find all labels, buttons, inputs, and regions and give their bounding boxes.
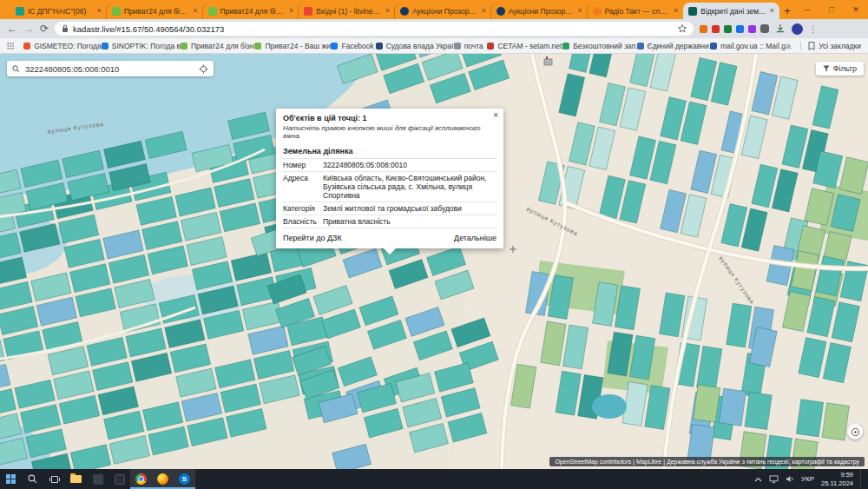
extensions-puzzle-icon[interactable] bbox=[760, 24, 769, 33]
target-icon[interactable] bbox=[199, 64, 208, 74]
map-parcel[interactable] bbox=[822, 403, 849, 440]
download-icon[interactable] bbox=[775, 23, 786, 34]
bookmark-favicon bbox=[23, 43, 30, 50]
file-explorer-button[interactable] bbox=[65, 469, 87, 489]
bookmark-item[interactable]: GISMETEO: Погода... bbox=[23, 42, 92, 50]
tab-label: Аукціони Прозоро.Про... bbox=[412, 7, 477, 16]
profile-avatar[interactable] bbox=[792, 23, 803, 35]
filter-label: Фільтр bbox=[833, 64, 857, 73]
tab-favicon bbox=[304, 7, 312, 16]
maximize-button[interactable]: □ bbox=[819, 5, 844, 14]
all-bookmarks-button[interactable]: Усі закладки bbox=[800, 42, 861, 50]
bookmark-label: Facebook bbox=[341, 42, 373, 50]
map-parcel[interactable] bbox=[796, 400, 823, 437]
browser-tab[interactable]: Вхідні (1) - litvinenkoa7l... × bbox=[299, 3, 395, 19]
browser-menu-icon[interactable]: ⋮ bbox=[809, 24, 818, 34]
browser-tab[interactable]: Приват24 для бізнесу × bbox=[203, 3, 299, 19]
close-button[interactable]: ✕ bbox=[844, 5, 868, 14]
bookmark-label: SINOPTIK: Погода в... bbox=[112, 42, 187, 50]
browser-tab[interactable]: Аукціони Прозоро.Про... × bbox=[395, 3, 491, 19]
tab-close-icon[interactable]: × bbox=[770, 7, 774, 15]
map-parcel[interactable] bbox=[694, 385, 720, 422]
filter-button[interactable]: Фільтр bbox=[816, 62, 864, 76]
browser-tab[interactable]: Радіо Такт — слухат... × bbox=[588, 3, 684, 19]
map-canvas[interactable]: вулиця Кутузова вулиця Кутузова вулиця К… bbox=[0, 54, 868, 469]
network-icon[interactable] bbox=[769, 475, 779, 483]
new-tab-button[interactable]: + bbox=[779, 3, 795, 18]
window-controls: ─ □ ✕ bbox=[795, 0, 868, 19]
tab-favicon bbox=[112, 7, 121, 16]
go-to-dzk-link[interactable]: Перейти до ДЗК bbox=[283, 234, 342, 242]
map-parcel[interactable] bbox=[719, 388, 746, 426]
extension-icon[interactable] bbox=[736, 25, 744, 33]
browser-tab[interactable]: Приват24 для бізнесу × bbox=[107, 3, 203, 19]
taskbar-app-button[interactable] bbox=[87, 469, 108, 489]
bookmark-item[interactable]: CETAM - setam.net... bbox=[487, 42, 553, 50]
bookmark-item[interactable]: Єдиний державни... bbox=[637, 42, 700, 50]
bookmark-item[interactable]: почта bbox=[454, 42, 478, 50]
back-icon[interactable]: ← bbox=[7, 23, 17, 34]
tab-favicon bbox=[16, 7, 24, 16]
bookmark-label: mail.gov.ua :: Mail.g... bbox=[720, 42, 792, 50]
volume-icon[interactable] bbox=[786, 475, 794, 483]
browser-tab-active[interactable]: Відкриті дані земельно... × bbox=[683, 3, 779, 19]
tab-close-icon[interactable]: × bbox=[481, 7, 485, 15]
tab-strip: ІС ДПГ'НАІС"(06) × Приват24 для бізнесу … bbox=[0, 0, 795, 19]
browser-tab[interactable]: Аукціони Прозоро.Про... × bbox=[491, 3, 588, 19]
popup-close-icon[interactable]: × bbox=[493, 110, 498, 120]
bookmark-favicon bbox=[637, 43, 644, 50]
language-indicator[interactable]: УКР bbox=[801, 475, 814, 483]
bookmark-label: Судова влада Украї... bbox=[386, 42, 460, 50]
bookmark-favicon bbox=[487, 43, 494, 50]
map-parcel[interactable] bbox=[745, 392, 772, 429]
extension-icon[interactable] bbox=[748, 25, 756, 33]
extension-icon[interactable] bbox=[724, 25, 732, 33]
bookmark-item[interactable]: Facebook bbox=[331, 42, 365, 50]
skype-icon: S bbox=[179, 473, 190, 485]
firefox-taskbar-button[interactable] bbox=[152, 469, 174, 489]
locate-button[interactable] bbox=[847, 424, 863, 439]
browser-titlebar: ІС ДПГ'НАІС"(06) × Приват24 для бізнесу … bbox=[0, 0, 868, 19]
popup-section-title: Земельна ділянка bbox=[283, 147, 496, 158]
minimize-button[interactable]: ─ bbox=[795, 5, 819, 14]
bookmarks-overflow-icon[interactable]: » bbox=[786, 41, 792, 50]
start-button[interactable] bbox=[0, 469, 22, 489]
search-icon bbox=[12, 65, 20, 73]
taskbar-search-button[interactable] bbox=[22, 469, 43, 489]
bookmark-item[interactable]: mail.gov.ua :: Mail.g... bbox=[710, 42, 777, 50]
bookmark-item[interactable]: SINOPTIK: Погода в... bbox=[102, 42, 171, 50]
tab-close-icon[interactable]: × bbox=[289, 7, 293, 15]
tray-chevron-icon[interactable] bbox=[754, 477, 762, 482]
browser-tab[interactable]: ІС ДПГ'НАІС"(06) × bbox=[10, 3, 107, 19]
task-view-button[interactable] bbox=[43, 469, 65, 489]
search-icon bbox=[28, 474, 37, 484]
tab-close-icon[interactable]: × bbox=[193, 7, 197, 15]
tab-close-icon[interactable]: × bbox=[96, 7, 101, 15]
reload-icon[interactable]: ⟳ bbox=[40, 23, 49, 34]
forward-icon[interactable]: → bbox=[23, 23, 34, 34]
tab-close-icon[interactable]: × bbox=[674, 7, 678, 15]
terminal-icon bbox=[115, 474, 125, 485]
tab-close-icon[interactable]: × bbox=[385, 7, 390, 15]
bookmark-star-icon[interactable] bbox=[678, 21, 687, 36]
folder-icon bbox=[70, 475, 82, 483]
extension-icon[interactable] bbox=[712, 25, 720, 33]
bookmark-item[interactable]: Приват24 - Ваш жи... bbox=[254, 42, 321, 50]
terminal-button[interactable] bbox=[108, 469, 130, 489]
url-bar[interactable]: kadastr.live/#15.67/50.490564/30.032173 bbox=[55, 22, 694, 36]
bookmark-item[interactable]: Судова влада Украї... bbox=[376, 42, 444, 50]
extension-icon[interactable] bbox=[700, 25, 707, 33]
bookmark-item[interactable]: Безкоштовний зап... bbox=[562, 42, 627, 50]
task-view-icon bbox=[49, 475, 60, 484]
chrome-taskbar-button[interactable] bbox=[130, 469, 152, 489]
tab-label: Аукціони Прозоро.Про... bbox=[509, 7, 574, 16]
skype-taskbar-button[interactable]: S bbox=[174, 469, 195, 489]
apps-grid-icon[interactable] bbox=[7, 42, 14, 50]
taskbar-clock[interactable]: 9:59 25.11.2024 bbox=[821, 471, 853, 488]
bookmark-favicon bbox=[376, 43, 383, 50]
bookmark-item[interactable]: Приват24 для бізн... bbox=[181, 42, 246, 50]
tab-close-icon[interactable]: × bbox=[577, 7, 582, 15]
parcel-search-input[interactable]: 3222480805:05:008:0010 bbox=[7, 61, 214, 76]
show-desktop-button[interactable] bbox=[860, 469, 864, 489]
details-link[interactable]: Детальніше bbox=[454, 234, 496, 242]
